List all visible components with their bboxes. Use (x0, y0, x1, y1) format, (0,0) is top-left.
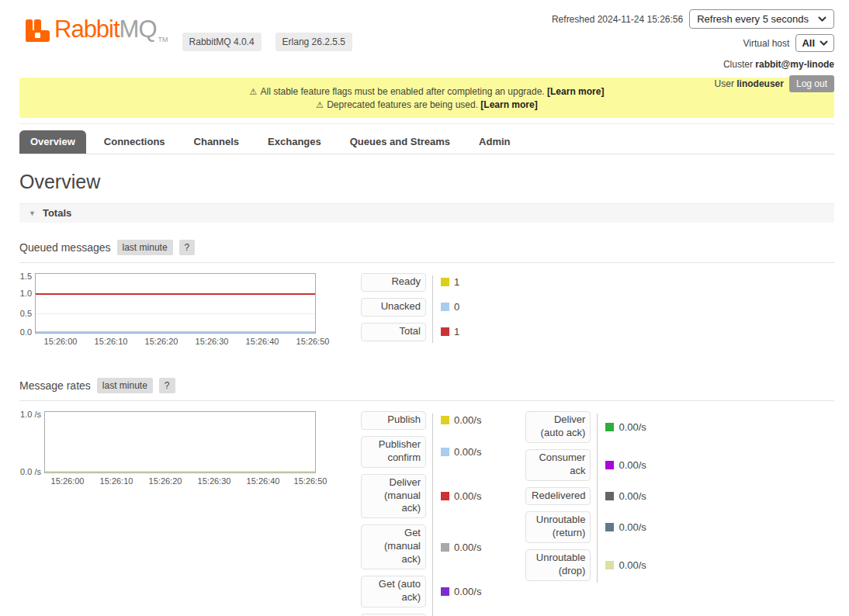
legend-label-deliver-manual-ack: Deliver (manual ack) (361, 474, 426, 519)
message-rates-header: Message rates last minute ? (19, 374, 834, 401)
legend-label-unroutable-return: Unroutable (return) (525, 511, 591, 543)
x-tick-label: 15:26:20 (149, 476, 182, 486)
x-tick-label: 15:26:30 (196, 337, 229, 346)
tab-channels[interactable]: Channels (183, 130, 251, 154)
legend-swatch (441, 543, 449, 552)
legend-value: 0.00/s (619, 490, 646, 502)
series-line-total (36, 293, 315, 295)
legend-value: 0.00/s (454, 446, 481, 458)
legend-label-redelivered: Redelivered (525, 487, 591, 506)
legend-value: 0.00/s (454, 490, 481, 502)
x-tick-label: 15:26:00 (44, 337, 78, 346)
legend-value: 0 (454, 301, 459, 313)
legend-row: Deliver (auto ack) 0.00/s (525, 411, 646, 443)
queued-messages-header: Queued messages last minute ? (19, 236, 834, 263)
legend-row: Total 1 (361, 323, 459, 341)
refresh-interval-select[interactable]: Refresh every 5 seconds (689, 9, 834, 29)
rabbitmq-logo[interactable]: RabbitMQTM (19, 16, 168, 54)
legend-row: Unroutable (return) 0.00/s (525, 511, 646, 543)
logout-button[interactable]: Log out (789, 75, 834, 92)
legend-swatch (441, 327, 449, 336)
x-tick-label: 15:26:40 (246, 337, 279, 346)
main-tabs: Overview Connections Channels Exchanges … (19, 130, 834, 154)
rabbitmq-version-badge: RabbitMQ 4.0.4 (182, 33, 262, 51)
page-title: Overview (19, 171, 834, 193)
legend-row: Unroutable (drop) 0.00/s (525, 549, 646, 581)
y-tick-label: 1.0 /s (19, 410, 41, 419)
legend-label-publish: Publish (361, 411, 426, 430)
series-line-zero (45, 471, 315, 472)
cluster-name: rabbit@my-linode (755, 59, 834, 70)
totals-section-header[interactable]: ▼ Totals (19, 203, 834, 223)
warning-icon: ⚠ (250, 87, 258, 96)
header: RabbitMQTM RabbitMQ 4.0.4 Erlang 26.2.5.… (19, 0, 834, 78)
legend-label-total: Total (361, 323, 426, 341)
y-tick-label: 1.0 (19, 289, 32, 298)
x-tick-label: 15:26:20 (145, 337, 178, 346)
tab-overview[interactable]: Overview (19, 130, 86, 154)
message-rates-label: Message rates (19, 379, 91, 392)
tab-admin[interactable]: Admin (468, 130, 521, 154)
legend-value: 0.00/s (619, 521, 646, 533)
refreshed-timestamp: Refreshed 2024-11-24 15:26:56 (552, 14, 683, 25)
y-tick-label: 0.0 (19, 327, 32, 337)
y-tick-label: 0.0 /s (19, 467, 41, 476)
legend-label-get-manual-ack: Get (manual ack) (361, 524, 426, 569)
learn-more-link[interactable]: [Learn more] (480, 99, 537, 110)
queued-messages-label: Queued messages (19, 241, 111, 254)
tab-connections[interactable]: Connections (93, 130, 176, 154)
legend-value: 1 (454, 276, 459, 288)
legend-row: Ready 1 (361, 273, 459, 292)
legend-value: 0.00/s (454, 586, 481, 597)
legend-value: 1 (454, 326, 459, 337)
legend-row: Get (manual ack) 0.00/s (361, 524, 481, 569)
collapse-triangle-icon: ▼ (29, 209, 36, 217)
user-name: linodeuser (736, 78, 784, 89)
legend-label-publisher-confirm: Publisher confirm (361, 436, 426, 468)
message-rates-chart: 1.0 /s 0.0 /s 15:26:00 15:26:10 15:26:20… (19, 411, 345, 487)
legend-row: Publisher confirm 0.00/s (361, 436, 481, 468)
virtual-host-select[interactable]: All (795, 34, 834, 52)
legend-label-ready: Ready (361, 273, 426, 292)
plot-area (35, 273, 316, 334)
legend-swatch (441, 416, 449, 424)
help-badge[interactable]: ? (179, 240, 196, 255)
legend-row: Deliver (manual ack) 0.00/s (361, 474, 481, 519)
message-rates-legend-right: Deliver (auto ack) 0.00/s Consumer ack 0… (525, 411, 646, 587)
x-tick-label: 15:26:50 (296, 337, 330, 346)
legend-label-deliver-auto-ack: Deliver (auto ack) (525, 411, 591, 443)
cluster-label: Cluster (723, 59, 753, 70)
legend-swatch (441, 448, 449, 456)
learn-more-link[interactable]: [Learn more] (547, 86, 604, 97)
help-badge[interactable]: ? (159, 378, 175, 393)
banner-text: Deprecated features are being used. (327, 99, 478, 110)
y-tick-label: 0.5 (19, 309, 32, 318)
tab-queues-and-streams[interactable]: Queues and Streams (339, 130, 461, 154)
legend-value: 0.00/s (619, 559, 646, 571)
plot-area (44, 411, 316, 473)
user-label: User (715, 78, 734, 89)
chevron-down-icon (818, 16, 826, 22)
totals-section-label: Totals (43, 207, 71, 219)
legend-value: 0.00/s (454, 542, 481, 553)
erlang-version-badge: Erlang 26.2.5.5 (275, 33, 352, 51)
legend-label-unroutable-drop: Unroutable (drop) (525, 549, 591, 581)
legend-swatch (441, 587, 449, 596)
tab-exchanges[interactable]: Exchanges (257, 130, 332, 154)
y-tick-label: 1.5 (19, 272, 32, 281)
legend-swatch (605, 461, 614, 469)
legend-swatch (605, 561, 614, 569)
legend-row: Publish 0.00/s (361, 411, 481, 430)
x-tick-label: 15:26:10 (95, 337, 128, 346)
banner-text: All stable feature flags must be enabled… (260, 86, 544, 97)
legend-swatch (605, 423, 614, 431)
legend-swatch (605, 492, 614, 500)
time-window-badge[interactable]: last minute (97, 378, 153, 393)
legend-swatch (441, 492, 449, 500)
time-window-badge[interactable]: last minute (117, 240, 173, 255)
legend-value: 0.00/s (454, 414, 481, 426)
legend-swatch (605, 523, 614, 531)
rabbitmq-logo-icon (26, 17, 50, 46)
legend-row: Redelivered 0.00/s (525, 487, 646, 506)
x-tick-label: 15:26:50 (294, 476, 327, 486)
